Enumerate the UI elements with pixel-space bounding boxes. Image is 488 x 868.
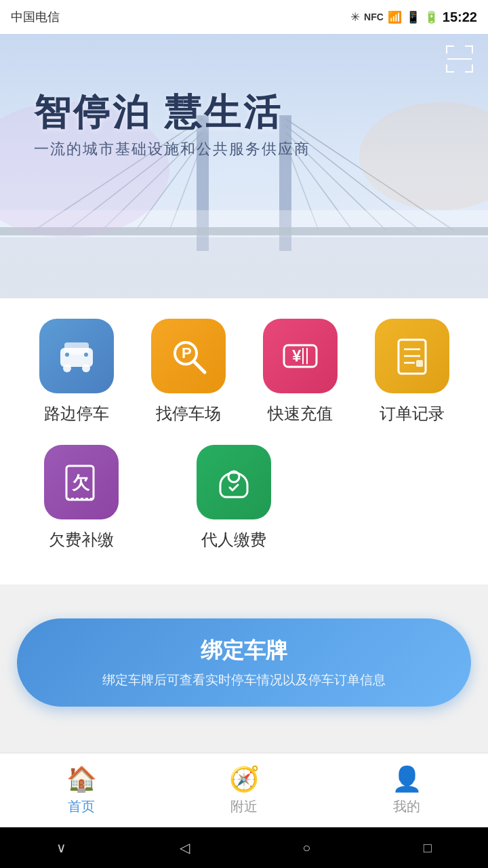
svg-rect-23 bbox=[446, 64, 447, 73]
home-nav-icon: 🏠 bbox=[66, 765, 97, 793]
quick-recharge-icon: ¥ bbox=[263, 319, 338, 393]
scan-icon[interactable] bbox=[445, 44, 474, 74]
bind-license-button[interactable]: 绑定车牌 绑定车牌后可查看实时停车情况以及停车订单信息 bbox=[17, 618, 471, 707]
bottom-nav: 🏠 首页 🧭 附近 👤 我的 bbox=[0, 753, 488, 827]
hero-subtitle: 一流的城市基础设施和公共服务供应商 bbox=[34, 139, 310, 159]
menu-item-pay-for-others[interactable]: 代人缴费 bbox=[193, 445, 274, 551]
android-recent-btn[interactable]: □ bbox=[424, 840, 432, 856]
svg-point-32 bbox=[84, 353, 88, 357]
order-records-label: 订单记录 bbox=[380, 403, 445, 425]
battery-icon: 🔋 bbox=[424, 10, 439, 24]
svg-point-31 bbox=[65, 353, 69, 357]
status-right: ✳ NFC 📶 📱 🔋 15:22 bbox=[350, 9, 477, 25]
svg-point-28 bbox=[63, 364, 71, 372]
svg-text:P: P bbox=[182, 344, 192, 361]
time-display: 15:22 bbox=[443, 9, 477, 25]
menu-item-roadside-parking[interactable]: 路边停车 bbox=[36, 319, 117, 425]
find-parking-icon: P bbox=[151, 319, 226, 393]
svg-text:欠: 欠 bbox=[71, 473, 90, 493]
android-back-btn[interactable]: ◁ bbox=[180, 840, 190, 856]
nfc-icon: NFC bbox=[364, 12, 384, 22]
hero-banner: 智停泊 慧生活 一流的城市基础设施和公共服务供应商 bbox=[0, 34, 488, 298]
nav-item-home[interactable]: 🏠 首页 bbox=[0, 753, 163, 827]
svg-rect-25 bbox=[472, 64, 473, 73]
bridge-illustration bbox=[0, 34, 488, 298]
menu-row-1: 路边停车 P 找停车场 ¥ 快速充值 bbox=[20, 319, 468, 425]
pay-for-others-icon bbox=[197, 445, 271, 519]
roadside-parking-label: 路边停车 bbox=[44, 403, 109, 425]
sim-icon: 📱 bbox=[406, 10, 420, 24]
menu-row-2: 欠 欠费补缴 代人缴费 bbox=[20, 445, 468, 551]
svg-rect-21 bbox=[472, 45, 473, 54]
bind-subtitle: 绑定车牌后可查看实时停车情况以及停车订单信息 bbox=[102, 671, 386, 689]
android-home-btn[interactable]: ○ bbox=[302, 840, 310, 856]
roadside-parking-icon bbox=[39, 319, 114, 393]
nearby-nav-label: 附近 bbox=[230, 797, 258, 816]
bluetooth-icon: ✳ bbox=[350, 10, 360, 24]
section-separator bbox=[0, 585, 488, 598]
menu-item-order-records[interactable]: 订单记录 bbox=[371, 319, 453, 425]
android-nav-bar: ∨ ◁ ○ □ bbox=[0, 827, 488, 868]
menu-item-find-parking[interactable]: P 找停车场 bbox=[148, 319, 229, 425]
overdue-payment-icon: 欠 bbox=[44, 445, 119, 519]
menu-item-quick-recharge[interactable]: ¥ 快速充值 bbox=[260, 319, 341, 425]
nav-item-mine[interactable]: 👤 我的 bbox=[325, 753, 488, 827]
nav-item-nearby[interactable]: 🧭 附近 bbox=[163, 753, 325, 827]
find-parking-label: 找停车场 bbox=[156, 403, 221, 425]
carrier-text: 中国电信 bbox=[11, 9, 60, 25]
overdue-payment-label: 欠费补缴 bbox=[49, 529, 114, 551]
status-bar: 中国电信 ✳ NFC 📶 📱 🔋 15:22 bbox=[0, 0, 488, 34]
svg-text:¥: ¥ bbox=[292, 347, 302, 365]
mine-nav-label: 我的 bbox=[393, 797, 420, 816]
order-records-icon bbox=[375, 319, 449, 393]
wifi-icon: 📶 bbox=[388, 10, 402, 24]
svg-rect-30 bbox=[64, 342, 89, 355]
menu-item-overdue-payment[interactable]: 欠 欠费补缴 bbox=[41, 445, 122, 551]
mine-nav-icon: 👤 bbox=[392, 765, 422, 793]
svg-line-35 bbox=[194, 361, 205, 372]
svg-rect-44 bbox=[416, 360, 423, 367]
menu-section: 路边停车 P 找停车场 ¥ 快速充值 bbox=[0, 298, 488, 585]
svg-point-29 bbox=[82, 364, 90, 372]
svg-rect-19 bbox=[446, 45, 447, 54]
home-nav-label: 首页 bbox=[68, 797, 95, 816]
quick-recharge-label: 快速充值 bbox=[268, 403, 333, 425]
nearby-nav-icon: 🧭 bbox=[229, 765, 260, 793]
android-down-btn[interactable]: ∨ bbox=[56, 840, 66, 856]
bind-section: 绑定车牌 绑定车牌后可查看实时停车情况以及停车订单信息 bbox=[0, 598, 488, 727]
hero-title: 智停泊 慧生活 bbox=[34, 88, 283, 138]
bind-title: 绑定车牌 bbox=[201, 636, 287, 666]
pay-for-others-label: 代人缴费 bbox=[201, 529, 266, 551]
